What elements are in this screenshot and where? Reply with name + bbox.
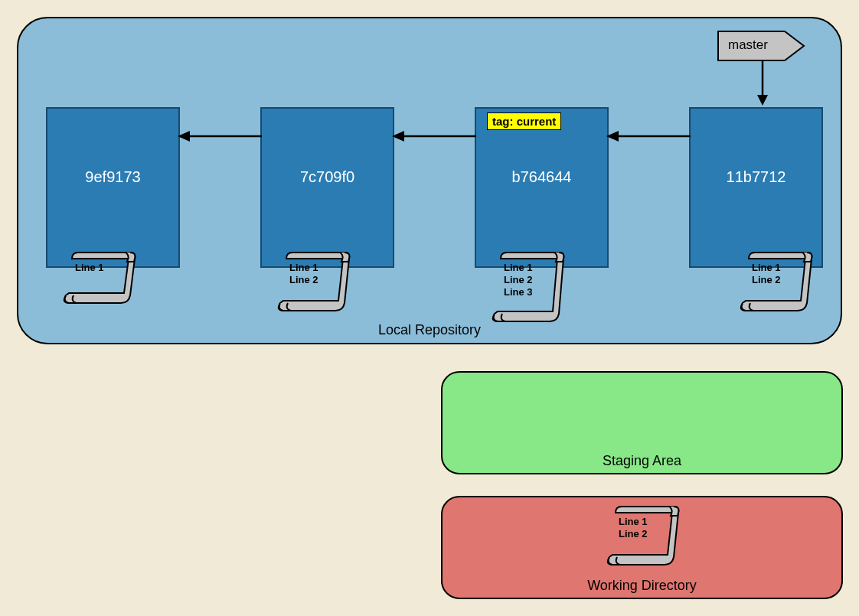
arrow-commit [390, 129, 476, 147]
commit-hash: b764644 [476, 168, 607, 186]
file-scroll: Line 1 Line 2 [277, 251, 351, 314]
commit-box: 9ef9173 [46, 107, 180, 268]
file-contents: Line 1 Line 2 Line 3 [504, 262, 533, 298]
tag-label: tag: current [487, 112, 561, 130]
arrow-commit [176, 129, 262, 147]
file-scroll: Line 1 Line 2 [606, 505, 680, 568]
staging-area-box: Staging Area [441, 371, 843, 474]
svg-marker-8 [606, 131, 619, 142]
file-contents: Line 1 Line 2 [619, 516, 648, 540]
file-scroll: Line 1 [63, 251, 136, 306]
local-repository-label: Local Repository [378, 322, 481, 338]
arrow-commit [605, 129, 691, 147]
branch-pointer-label: master [728, 37, 768, 53]
svg-marker-2 [757, 95, 768, 106]
svg-marker-6 [392, 131, 404, 142]
file-contents: Line 1 [75, 262, 104, 274]
staging-area-label: Staging Area [603, 453, 681, 469]
commit-box: b764644 [475, 107, 609, 268]
svg-marker-4 [178, 131, 190, 142]
file-contents: Line 1 Line 2 [289, 262, 318, 286]
commit-box: 7c709f0 [260, 107, 394, 268]
commit-box: 11b7712 [689, 107, 823, 268]
commit-hash: 9ef9173 [47, 168, 178, 186]
commit-hash: 11b7712 [691, 168, 821, 186]
file-scroll: Line 1 Line 2 [740, 251, 813, 314]
file-scroll: Line 1 Line 2 Line 3 [492, 251, 565, 324]
branch-pointer-master: master [717, 31, 805, 64]
working-directory-label: Working Directory [587, 578, 697, 594]
file-contents: Line 1 Line 2 [752, 262, 781, 286]
arrow-master-to-commit [755, 61, 770, 110]
commit-hash: 7c709f0 [262, 168, 393, 186]
